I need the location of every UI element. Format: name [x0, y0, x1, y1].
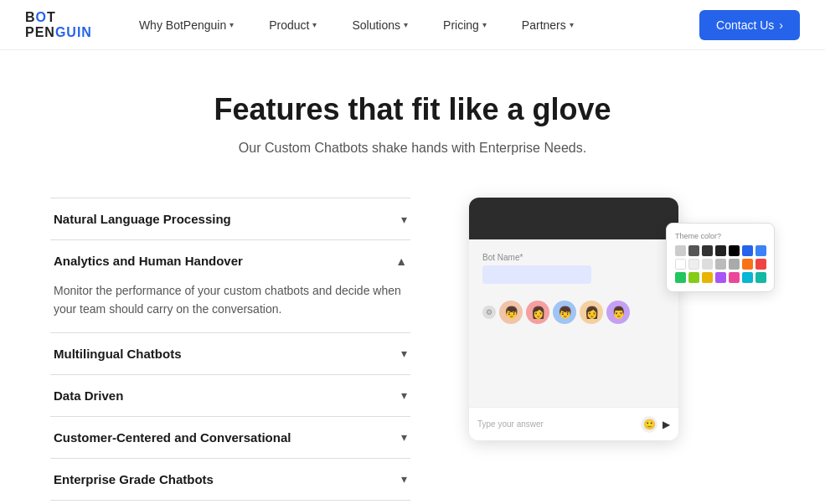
accordion-item-nlp: Natural Language Processing▾	[50, 198, 410, 239]
accordion-item-enterprise: Enterprise Grade Chatbots▾	[50, 458, 410, 500]
chat-avatars: ⚙ 👦 👩 👦 👩 👨	[482, 301, 665, 324]
accordion-item-analytics: Analytics and Human Handover▲Monitor the…	[50, 239, 410, 332]
accordion-title-analytics: Analytics and Human Handover	[54, 254, 243, 268]
accordion-item-customer-centered: Customer-Centered and Conversational▾	[50, 416, 410, 458]
avatar-3: 👦	[553, 301, 576, 324]
color-swatch-10[interactable]	[715, 259, 726, 270]
color-swatch-12[interactable]	[742, 259, 753, 270]
color-swatch-6[interactable]	[755, 245, 766, 256]
accordion-item-scalability: Scalability and Security▾	[50, 500, 410, 504]
color-swatch-5[interactable]	[742, 245, 753, 256]
logo[interactable]: BOT PENGUIN	[25, 10, 92, 39]
color-swatch-18[interactable]	[729, 272, 740, 283]
navbar: BOT PENGUIN Why BotPenguin ▾ Product ▾ S…	[0, 0, 825, 50]
form-input	[482, 265, 591, 284]
accordion-title-enterprise: Enterprise Grade Chatbots	[54, 472, 214, 486]
color-swatch-11[interactable]	[729, 259, 740, 270]
accordion-header-customer-centered[interactable]: Customer-Centered and Conversational▾	[50, 417, 410, 458]
chevron-down-icon: ▾	[401, 213, 407, 226]
accordion-header-data-driven[interactable]: Data Driven▾	[50, 375, 410, 416]
color-swatch-19[interactable]	[742, 272, 753, 283]
color-swatch-8[interactable]	[688, 259, 699, 270]
avatar-1: 👦	[499, 301, 523, 324]
chevron-down-icon: ▾	[229, 20, 234, 29]
main-content: Natural Language Processing▾Analytics an…	[0, 181, 825, 504]
chevron-down-icon: ▾	[482, 20, 487, 29]
chevron-down-icon: ▾	[570, 20, 574, 29]
accordion-title-nlp: Natural Language Processing	[54, 212, 231, 226]
color-grid	[675, 245, 766, 283]
nav-item-product[interactable]: Product ▾	[255, 12, 330, 39]
chevron-down-icon: ▾	[401, 347, 407, 360]
chevron-down-icon: ▾	[401, 430, 407, 444]
features-accordion: Natural Language Processing▾Analytics an…	[50, 198, 410, 504]
hero-title: Features that fit like a glove	[17, 92, 808, 127]
color-swatch-2[interactable]	[702, 245, 713, 256]
color-swatch-20[interactable]	[755, 272, 766, 283]
accordion-body-analytics: Monitor the performance of your custom c…	[50, 281, 410, 332]
accordion-item-data-driven: Data Driven▾	[50, 374, 410, 416]
avatar-4: 👩	[580, 301, 603, 324]
chatbot-mockup: Bot Name* ⚙ 👦 👩 👦 👩 👨 Type your answer 🙂	[444, 198, 775, 465]
color-swatch-0[interactable]	[675, 245, 686, 256]
settings-icon: ⚙	[482, 306, 496, 319]
accordion-header-enterprise[interactable]: Enterprise Grade Chatbots▾	[50, 459, 410, 500]
color-swatch-4[interactable]	[729, 245, 740, 256]
color-swatch-9[interactable]	[702, 259, 713, 270]
color-swatch-14[interactable]	[675, 272, 686, 283]
accordion-header-nlp[interactable]: Natural Language Processing▾	[50, 198, 410, 239]
color-swatch-1[interactable]	[688, 245, 699, 256]
accordion-title-data-driven: Data Driven	[54, 388, 123, 403]
chevron-down-icon: ▾	[401, 388, 407, 402]
color-swatch-17[interactable]	[715, 272, 726, 283]
form-label: Bot Name*	[482, 253, 665, 262]
avatar-2: 👩	[526, 301, 549, 324]
hero-section: Features that fit like a glove Our Custo…	[0, 50, 825, 181]
arrow-icon: ›	[779, 18, 783, 32]
send-button[interactable]: ▶	[663, 419, 670, 430]
color-picker-label: Theme color?	[675, 232, 766, 240]
accordion-header-multilingual[interactable]: Multilingual Chatbots▾	[50, 333, 410, 374]
chevron-down-icon: ▾	[401, 472, 407, 486]
chevron-down-icon: ▾	[312, 20, 317, 29]
nav-item-partners[interactable]: Partners ▾	[508, 12, 587, 39]
accordion-header-scalability[interactable]: Scalability and Security▾	[50, 501, 410, 504]
chat-footer: Type your answer 🙂 ▶	[469, 407, 678, 440]
avatar-5: 👨	[606, 301, 630, 324]
accordion-item-multilingual: Multilingual Chatbots▾	[50, 332, 410, 374]
nav-links: Why BotPenguin ▾ Product ▾ Solutions ▾ P…	[126, 12, 699, 39]
chat-window: Bot Name* ⚙ 👦 👩 👦 👩 👨 Type your answer 🙂	[469, 198, 678, 440]
nav-item-solutions[interactable]: Solutions ▾	[338, 12, 421, 39]
nav-item-why-botpenguin[interactable]: Why BotPenguin ▾	[126, 12, 247, 39]
chatbot-mockup-panel: Bot Name* ⚙ 👦 👩 👦 👩 👨 Type your answer 🙂	[444, 198, 775, 504]
emoji-button[interactable]: 🙂	[641, 416, 657, 433]
color-swatch-15[interactable]	[688, 272, 699, 283]
contact-us-button[interactable]: Contact Us ›	[699, 10, 800, 40]
accordion-title-customer-centered: Customer-Centered and Conversational	[54, 430, 291, 445]
chevron-up-icon: ▲	[395, 255, 407, 268]
nav-item-pricing[interactable]: Pricing ▾	[430, 12, 500, 39]
accordion-header-analytics[interactable]: Analytics and Human Handover▲	[50, 240, 410, 281]
chat-body: Bot Name* ⚙ 👦 👩 👦 👩 👨	[469, 239, 678, 407]
chat-header	[469, 198, 678, 239]
color-swatch-7[interactable]	[675, 259, 686, 270]
color-swatch-3[interactable]	[715, 245, 726, 256]
color-picker-popup: Theme color?	[666, 223, 775, 292]
chat-input-placeholder: Type your answer	[477, 419, 636, 429]
color-swatch-13[interactable]	[755, 259, 766, 270]
hero-subtitle: Our Custom Chatbots shake hands with Ent…	[17, 141, 808, 156]
color-swatch-16[interactable]	[702, 272, 713, 283]
accordion-title-multilingual: Multilingual Chatbots	[54, 347, 181, 361]
chevron-down-icon: ▾	[404, 20, 408, 29]
